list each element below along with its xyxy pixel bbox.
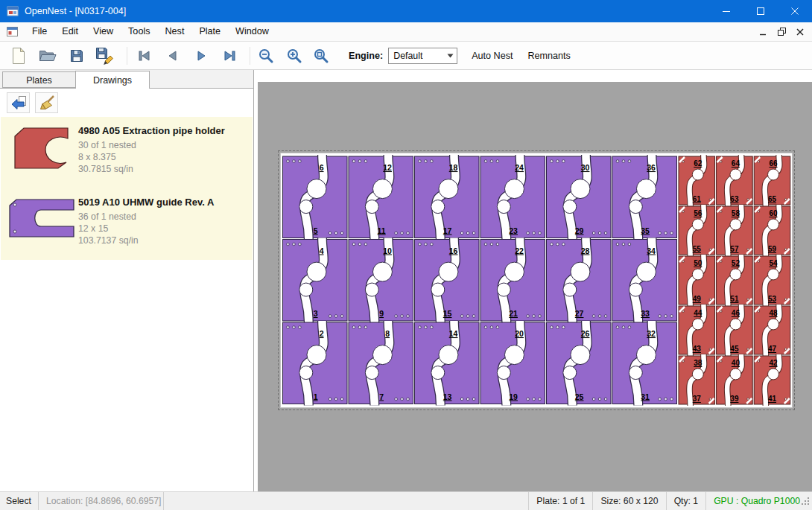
part-number[interactable]: 34 <box>647 246 656 255</box>
nest-cell-purple[interactable]: 2423 <box>480 155 545 240</box>
plate[interactable]: 6512111817242330293635431091615222128273… <box>280 153 793 408</box>
zoom-in-button[interactable] <box>282 44 307 68</box>
part-number[interactable]: 52 <box>732 259 740 267</box>
part-number[interactable]: 47 <box>768 345 777 353</box>
part-number[interactable]: 65 <box>768 195 777 203</box>
part-number[interactable]: 40 <box>732 359 740 367</box>
part-number[interactable]: 39 <box>730 395 739 403</box>
part-number[interactable]: 9 <box>379 309 384 318</box>
part-number[interactable]: 26 <box>581 329 590 338</box>
part-number[interactable]: 64 <box>732 159 740 168</box>
part-number[interactable]: 18 <box>449 163 458 172</box>
nest-cell-red[interactable]: 5655 <box>679 205 715 256</box>
nest-cell-red[interactable]: 4443 <box>679 305 715 356</box>
part-number[interactable]: 8 <box>385 329 390 338</box>
part-number[interactable]: 63 <box>730 195 739 203</box>
part-number[interactable]: 31 <box>641 392 650 401</box>
part-number[interactable]: 15 <box>443 309 452 318</box>
part-number[interactable]: 42 <box>769 359 778 367</box>
auto-nest-button[interactable]: Auto Nest <box>464 45 520 66</box>
menu-nest[interactable]: Nest <box>157 22 191 41</box>
nest-canvas[interactable]: 6512111817242330293635431091615222128273… <box>258 82 812 491</box>
nest-cell-red[interactable]: 6059 <box>754 205 790 256</box>
part-number[interactable]: 38 <box>694 359 702 367</box>
part-number[interactable]: 3 <box>314 309 318 318</box>
nest-cell-purple[interactable]: 3231 <box>612 321 677 406</box>
nest-cell-purple[interactable]: 2827 <box>547 238 612 323</box>
nest-cell-red[interactable]: 5049 <box>679 255 715 306</box>
nest-cell-red[interactable]: 4847 <box>754 305 790 356</box>
nest-cell-red[interactable]: 5453 <box>754 255 790 306</box>
part-number[interactable]: 56 <box>694 209 702 217</box>
part-number[interactable]: 66 <box>769 159 778 168</box>
go-last-button[interactable] <box>217 44 242 68</box>
nest-cell-purple[interactable]: 43 <box>283 238 348 323</box>
nest-cell-purple[interactable]: 2625 <box>547 321 612 406</box>
part-number[interactable]: 32 <box>647 329 656 338</box>
part-number[interactable]: 46 <box>732 309 740 317</box>
part-number[interactable]: 48 <box>769 309 778 317</box>
nest-cell-purple[interactable]: 1413 <box>415 321 480 406</box>
part-number[interactable]: 30 <box>581 163 590 172</box>
part-number[interactable]: 50 <box>694 259 702 267</box>
part-number[interactable]: 21 <box>509 309 518 318</box>
nest-cell-red[interactable]: 4039 <box>717 354 753 406</box>
part-number[interactable]: 13 <box>443 392 452 401</box>
import-parts-button[interactable] <box>7 92 30 113</box>
part-number[interactable]: 6 <box>320 163 324 172</box>
part-number[interactable]: 51 <box>730 295 739 303</box>
go-next-button[interactable] <box>188 44 214 68</box>
part-number[interactable]: 62 <box>694 159 702 168</box>
part-number[interactable]: 19 <box>509 392 518 401</box>
nest-cell-purple[interactable]: 2019 <box>480 321 545 406</box>
menu-tools[interactable]: Tools <box>121 22 157 41</box>
nest-cell-purple[interactable]: 87 <box>349 321 413 406</box>
nest-cell-purple[interactable]: 3029 <box>547 155 612 240</box>
nest-cell-purple[interactable]: 21 <box>283 321 348 406</box>
part-number[interactable]: 7 <box>379 392 384 401</box>
clear-parts-button[interactable] <box>35 92 58 113</box>
part-number[interactable]: 24 <box>515 163 524 172</box>
menu-edit[interactable]: Edit <box>54 22 86 41</box>
new-button[interactable] <box>6 44 31 68</box>
part-number[interactable]: 59 <box>768 245 777 253</box>
mdi-close-button[interactable] <box>792 25 808 39</box>
part-number[interactable]: 22 <box>515 246 524 255</box>
nest-cell-purple[interactable]: 2221 <box>480 238 545 323</box>
nest-cell-purple[interactable]: 109 <box>349 238 413 323</box>
part-number[interactable]: 16 <box>449 246 458 255</box>
nest-cell-red[interactable]: 4241 <box>754 354 790 406</box>
part-number[interactable]: 11 <box>378 226 386 235</box>
save-as-button[interactable] <box>92 44 118 68</box>
part-number[interactable]: 44 <box>694 309 702 317</box>
nest-cell-red[interactable]: 6261 <box>679 155 715 206</box>
part-number[interactable]: 2 <box>320 329 324 338</box>
nest-cell-red[interactable]: 5251 <box>717 255 753 306</box>
nest-cell-red[interactable]: 5857 <box>717 205 753 256</box>
nest-cell-purple[interactable]: 1211 <box>349 155 413 240</box>
nest-cell-purple[interactable]: 1817 <box>415 155 480 240</box>
nest-cell-purple[interactable]: 3635 <box>612 155 677 240</box>
part-number[interactable]: 27 <box>575 309 584 318</box>
zoom-out-button[interactable] <box>253 44 279 68</box>
nest-cell-red[interactable]: 6665 <box>754 155 790 206</box>
zoom-extents-button[interactable] <box>308 44 334 68</box>
plate-svg[interactable]: 6512111817242330293635431091615222128273… <box>280 153 793 408</box>
mdi-minimize-button[interactable] <box>755 25 771 39</box>
part-number[interactable]: 60 <box>769 209 778 217</box>
part-number[interactable]: 5 <box>314 226 318 235</box>
part-number[interactable]: 41 <box>768 395 777 403</box>
part-number[interactable]: 12 <box>383 163 392 172</box>
resize-grip[interactable] <box>802 497 811 509</box>
part-number[interactable]: 55 <box>693 245 702 253</box>
part-number[interactable]: 57 <box>730 245 739 253</box>
maximize-button[interactable] <box>743 0 778 22</box>
combo-dropdown-button[interactable] <box>444 48 457 63</box>
part-number[interactable]: 17 <box>443 226 452 235</box>
part-number[interactable]: 49 <box>693 295 702 303</box>
part-number[interactable]: 35 <box>641 226 650 235</box>
part-number[interactable]: 53 <box>768 295 777 303</box>
remnants-button[interactable]: Remnants <box>521 45 578 66</box>
part-number[interactable]: 33 <box>641 309 650 318</box>
part-number[interactable]: 45 <box>730 345 739 353</box>
